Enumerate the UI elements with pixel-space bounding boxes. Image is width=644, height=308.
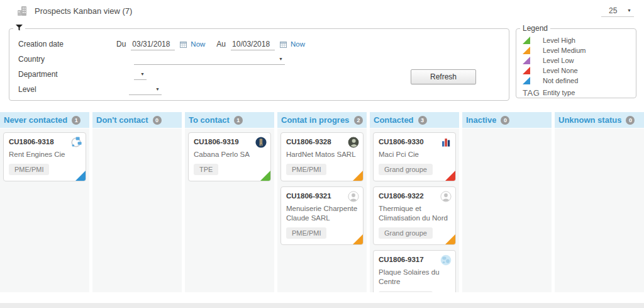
card-ref: CU1806-9319 xyxy=(194,138,239,145)
donut-chart-icon xyxy=(70,137,82,148)
prospect-card[interactable]: CU1806-9318Rent Engines CiePME/PMI xyxy=(3,132,86,181)
card-company-name: Rent Engines Cie xyxy=(9,150,80,159)
chevron-down-icon: ▼ xyxy=(140,72,145,76)
prospect-card[interactable]: CU1806-9321Menuiserie Charpente Claude S… xyxy=(280,186,364,245)
card-top-row: CU1806-9319 xyxy=(194,138,265,148)
kanban-column-count-badge: 1 xyxy=(234,116,243,125)
kanban-column-title: To contact xyxy=(189,115,230,125)
funnel-icon xyxy=(16,25,23,31)
card-tag-row: TPE xyxy=(194,159,265,175)
chevron-down-icon: ▼ xyxy=(155,87,160,91)
kanban-column: Inactive0 xyxy=(462,112,552,292)
dark-avatar-icon xyxy=(348,137,359,148)
legend-item-label: Level High xyxy=(543,37,575,44)
card-ref: CU1806-9330 xyxy=(379,138,424,145)
card-tag-row: PME/PMI xyxy=(286,159,358,175)
country-label: Country xyxy=(18,55,116,64)
kanban-column-title: Contacted xyxy=(374,115,414,125)
prospect-card[interactable]: CU1806-9319Cabana Perlo SATPE xyxy=(188,132,271,181)
horizontal-scrollbar[interactable] xyxy=(0,303,644,308)
entity-type-tag: Grand groupe xyxy=(379,164,433,175)
card-ref: CU1806-9317 xyxy=(379,256,424,263)
calendar-icon[interactable] xyxy=(280,41,287,48)
kanban-column: Contat in progress2CU1806-9328HardNet Ma… xyxy=(277,112,367,292)
kanban-column: Don't contact0 xyxy=(92,112,182,292)
level-corner-triangle-icon xyxy=(445,234,455,244)
kanban-column-body: CU1806-9319Cabana Perlo SATPE xyxy=(185,128,274,292)
legend-item: Level Medium xyxy=(516,45,636,55)
navy-building-icon xyxy=(255,137,267,148)
legend-item: Not defined xyxy=(516,76,636,86)
kanban-column: To contact1CU1806-9319Cabana Perlo SATPE xyxy=(185,112,274,292)
level-corner-triangle-icon xyxy=(353,171,363,181)
legend-tag-row: TAG Entity type xyxy=(516,87,636,98)
prospect-card[interactable]: CU1806-9317Plaque Solaires du CentreGran… xyxy=(373,250,456,292)
kanban-column-count-badge: 1 xyxy=(72,116,80,125)
entity-type-tag: Grand groupe xyxy=(379,291,433,292)
kanban-column: Contacted3CU1806-9330Maci Pci CieGrand g… xyxy=(370,112,459,292)
kanban-column-title: Don't contact xyxy=(96,115,148,125)
prospect-card[interactable]: CU1806-9328HardNet Matos SARLPME/PMI xyxy=(280,132,364,181)
kanban-column-body xyxy=(462,128,552,292)
legend-item: Level Low xyxy=(516,55,636,66)
filter-row: Creation date Du Now Au xyxy=(9,24,636,101)
chevron-down-icon: ▼ xyxy=(279,57,283,61)
page-title: Prospects Kanban view (7) xyxy=(35,6,132,16)
date-to-input[interactable] xyxy=(231,38,275,50)
gray-avatar-icon xyxy=(348,191,359,202)
kanban-column-header: Don't contact0 xyxy=(92,112,182,128)
card-company-name: Plaque Solaires du Centre xyxy=(379,268,450,287)
country-select[interactable]: ▼ xyxy=(134,54,285,65)
kanban-column-body: CU1806-9318Rent Engines CiePME/PMI xyxy=(0,128,89,292)
per-page-select[interactable]: 25 ▼ xyxy=(601,5,634,17)
card-top-row: CU1806-9328 xyxy=(286,138,358,148)
kanban-column-header: Unknown status0 xyxy=(555,112,644,128)
card-ref: CU1806-9328 xyxy=(286,138,331,145)
now-link-to[interactable]: Now xyxy=(291,40,305,48)
entity-type-tag: Grand groupe xyxy=(379,227,433,239)
kanban-column-body: CU1806-9330Maci Pci CieGrand groupeCU180… xyxy=(370,128,459,292)
level-none-triangle-icon xyxy=(523,67,530,74)
card-top-row: CU1806-9330 xyxy=(379,138,450,148)
kanban-column-header: To contact1 xyxy=(185,112,274,128)
tag-entity-type-label: Entity type xyxy=(543,89,575,96)
legend-title: Legend xyxy=(520,24,550,33)
level-low-triangle-icon xyxy=(523,57,530,64)
kanban-column-title: Never contacted xyxy=(4,115,67,125)
level-corner-triangle-icon xyxy=(445,171,455,181)
entity-type-tag: PME/PMI xyxy=(9,164,49,175)
department-select[interactable]: ▼ xyxy=(134,69,147,80)
card-tag-row: Grand groupe xyxy=(379,159,450,175)
level-corner-triangle-icon xyxy=(353,234,363,244)
calendar-icon[interactable] xyxy=(180,41,187,48)
kanban-column-count-badge: 0 xyxy=(153,116,162,125)
kanban-column-title: Inactive xyxy=(466,115,496,125)
card-company-name: Thermique et Climatisation du Nord xyxy=(379,204,450,223)
card-company-name: Menuiserie Charpente Claude SARL xyxy=(286,204,358,223)
not-defined-triangle-icon xyxy=(523,77,530,84)
card-tag-row: Grand groupe xyxy=(379,223,450,239)
now-link-from[interactable]: Now xyxy=(191,40,205,48)
card-company-name: HardNet Matos SARL xyxy=(286,150,358,159)
department-label: Department xyxy=(18,70,116,79)
legend-items: Level HighLevel MediumLevel LowLevel Non… xyxy=(516,35,636,86)
refresh-button[interactable]: Refresh xyxy=(411,69,476,84)
card-tag-row: Grand groupe xyxy=(379,287,450,292)
legend-item-label: Not defined xyxy=(543,77,578,84)
entity-type-tag: PME/PMI xyxy=(286,227,326,239)
filter-fieldset: Creation date Du Now Au xyxy=(9,24,509,101)
level-label: Level xyxy=(18,85,116,94)
prospect-card[interactable]: CU1806-9322Thermique et Climatisation du… xyxy=(373,186,456,245)
card-company-name: Cabana Perlo SA xyxy=(194,150,265,159)
prospect-card[interactable]: CU1806-9330Maci Pci CieGrand groupe xyxy=(373,132,456,181)
card-ref: CU1806-9318 xyxy=(9,138,54,145)
level-select[interactable]: ▼ xyxy=(129,84,162,95)
level-high-triangle-icon xyxy=(523,37,530,44)
level-medium-triangle-icon xyxy=(523,47,530,54)
card-top-row: CU1806-9322 xyxy=(379,192,450,202)
date-from-input[interactable] xyxy=(131,38,175,50)
kanban-column-header: Contacted3 xyxy=(370,112,459,128)
kanban-column: Never contacted1CU1806-9318Rent Engines … xyxy=(0,112,89,292)
building-icon xyxy=(16,5,28,17)
legend-item-label: Level Medium xyxy=(543,47,586,54)
